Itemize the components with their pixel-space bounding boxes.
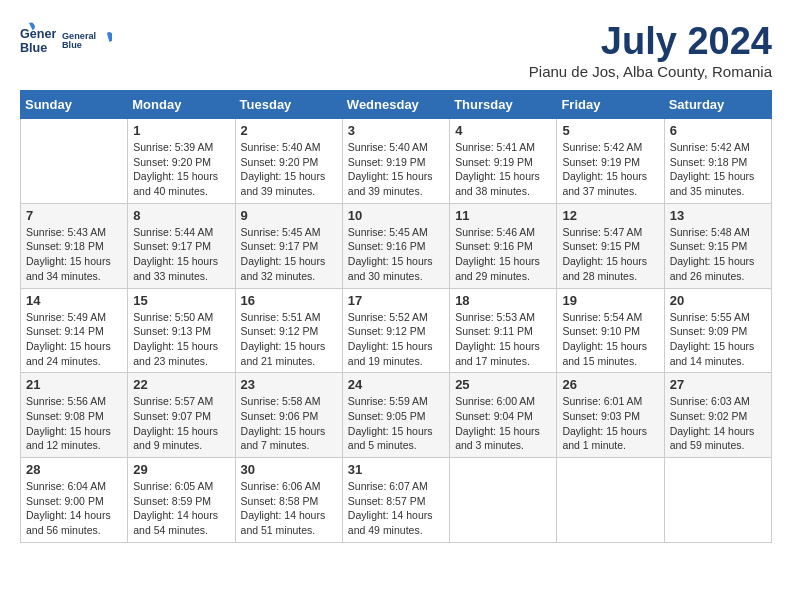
day-info: Sunrise: 5:53 AM Sunset: 9:11 PM Dayligh… [455,310,551,369]
calendar-week-3: 14Sunrise: 5:49 AM Sunset: 9:14 PM Dayli… [21,288,772,373]
calendar-cell: 27Sunrise: 6:03 AM Sunset: 9:02 PM Dayli… [664,373,771,458]
logo: General Blue General Blue [20,20,112,60]
day-number: 2 [241,123,337,138]
day-info: Sunrise: 5:50 AM Sunset: 9:13 PM Dayligh… [133,310,229,369]
day-number: 19 [562,293,658,308]
logo-icon: General Blue [20,22,56,58]
calendar-cell [664,458,771,543]
header-sunday: Sunday [21,91,128,119]
calendar-week-4: 21Sunrise: 5:56 AM Sunset: 9:08 PM Dayli… [21,373,772,458]
calendar-cell: 5Sunrise: 5:42 AM Sunset: 9:19 PM Daylig… [557,119,664,204]
calendar-table: SundayMondayTuesdayWednesdayThursdayFrid… [20,90,772,543]
day-number: 25 [455,377,551,392]
calendar-cell: 26Sunrise: 6:01 AM Sunset: 9:03 PM Dayli… [557,373,664,458]
calendar-cell [21,119,128,204]
calendar-cell: 28Sunrise: 6:04 AM Sunset: 9:00 PM Dayli… [21,458,128,543]
calendar-cell: 2Sunrise: 5:40 AM Sunset: 9:20 PM Daylig… [235,119,342,204]
day-info: Sunrise: 5:39 AM Sunset: 9:20 PM Dayligh… [133,140,229,199]
day-info: Sunrise: 5:48 AM Sunset: 9:15 PM Dayligh… [670,225,766,284]
day-number: 6 [670,123,766,138]
day-number: 23 [241,377,337,392]
calendar-cell: 7Sunrise: 5:43 AM Sunset: 9:18 PM Daylig… [21,203,128,288]
calendar-cell: 10Sunrise: 5:45 AM Sunset: 9:16 PM Dayli… [342,203,449,288]
calendar-cell: 25Sunrise: 6:00 AM Sunset: 9:04 PM Dayli… [450,373,557,458]
day-info: Sunrise: 6:03 AM Sunset: 9:02 PM Dayligh… [670,394,766,453]
header-saturday: Saturday [664,91,771,119]
svg-text:Blue: Blue [20,41,47,55]
day-number: 26 [562,377,658,392]
day-info: Sunrise: 5:51 AM Sunset: 9:12 PM Dayligh… [241,310,337,369]
day-info: Sunrise: 5:58 AM Sunset: 9:06 PM Dayligh… [241,394,337,453]
page-header: General Blue General Blue July 2024 Pian… [20,20,772,80]
generalblue-logo: General Blue [62,20,112,60]
day-number: 13 [670,208,766,223]
calendar-cell: 30Sunrise: 6:06 AM Sunset: 8:58 PM Dayli… [235,458,342,543]
day-info: Sunrise: 5:59 AM Sunset: 9:05 PM Dayligh… [348,394,444,453]
day-number: 18 [455,293,551,308]
day-number: 27 [670,377,766,392]
day-number: 29 [133,462,229,477]
day-info: Sunrise: 6:05 AM Sunset: 8:59 PM Dayligh… [133,479,229,538]
calendar-subtitle: Pianu de Jos, Alba County, Romania [529,63,772,80]
day-info: Sunrise: 6:00 AM Sunset: 9:04 PM Dayligh… [455,394,551,453]
day-info: Sunrise: 5:40 AM Sunset: 9:20 PM Dayligh… [241,140,337,199]
calendar-cell: 24Sunrise: 5:59 AM Sunset: 9:05 PM Dayli… [342,373,449,458]
day-number: 22 [133,377,229,392]
calendar-cell: 3Sunrise: 5:40 AM Sunset: 9:19 PM Daylig… [342,119,449,204]
calendar-week-2: 7Sunrise: 5:43 AM Sunset: 9:18 PM Daylig… [21,203,772,288]
day-info: Sunrise: 6:07 AM Sunset: 8:57 PM Dayligh… [348,479,444,538]
calendar-cell: 8Sunrise: 5:44 AM Sunset: 9:17 PM Daylig… [128,203,235,288]
day-number: 24 [348,377,444,392]
day-info: Sunrise: 5:43 AM Sunset: 9:18 PM Dayligh… [26,225,122,284]
day-number: 21 [26,377,122,392]
day-info: Sunrise: 5:44 AM Sunset: 9:17 PM Dayligh… [133,225,229,284]
calendar-cell: 16Sunrise: 5:51 AM Sunset: 9:12 PM Dayli… [235,288,342,373]
day-info: Sunrise: 5:52 AM Sunset: 9:12 PM Dayligh… [348,310,444,369]
calendar-cell: 15Sunrise: 5:50 AM Sunset: 9:13 PM Dayli… [128,288,235,373]
day-number: 10 [348,208,444,223]
day-number: 4 [455,123,551,138]
svg-text:Blue: Blue [62,40,82,50]
calendar-week-1: 1Sunrise: 5:39 AM Sunset: 9:20 PM Daylig… [21,119,772,204]
calendar-cell: 21Sunrise: 5:56 AM Sunset: 9:08 PM Dayli… [21,373,128,458]
day-number: 12 [562,208,658,223]
day-info: Sunrise: 5:57 AM Sunset: 9:07 PM Dayligh… [133,394,229,453]
day-number: 5 [562,123,658,138]
day-number: 9 [241,208,337,223]
day-info: Sunrise: 5:56 AM Sunset: 9:08 PM Dayligh… [26,394,122,453]
calendar-body: 1Sunrise: 5:39 AM Sunset: 9:20 PM Daylig… [21,119,772,543]
day-info: Sunrise: 5:42 AM Sunset: 9:18 PM Dayligh… [670,140,766,199]
day-number: 17 [348,293,444,308]
day-number: 7 [26,208,122,223]
calendar-cell: 4Sunrise: 5:41 AM Sunset: 9:19 PM Daylig… [450,119,557,204]
day-info: Sunrise: 5:54 AM Sunset: 9:10 PM Dayligh… [562,310,658,369]
header-thursday: Thursday [450,91,557,119]
calendar-cell: 9Sunrise: 5:45 AM Sunset: 9:17 PM Daylig… [235,203,342,288]
calendar-cell: 1Sunrise: 5:39 AM Sunset: 9:20 PM Daylig… [128,119,235,204]
calendar-cell: 13Sunrise: 5:48 AM Sunset: 9:15 PM Dayli… [664,203,771,288]
calendar-cell: 19Sunrise: 5:54 AM Sunset: 9:10 PM Dayli… [557,288,664,373]
day-info: Sunrise: 5:55 AM Sunset: 9:09 PM Dayligh… [670,310,766,369]
day-info: Sunrise: 5:40 AM Sunset: 9:19 PM Dayligh… [348,140,444,199]
day-number: 8 [133,208,229,223]
calendar-cell [450,458,557,543]
header-tuesday: Tuesday [235,91,342,119]
calendar-header-row: SundayMondayTuesdayWednesdayThursdayFrid… [21,91,772,119]
calendar-cell: 12Sunrise: 5:47 AM Sunset: 9:15 PM Dayli… [557,203,664,288]
day-number: 3 [348,123,444,138]
day-info: Sunrise: 5:41 AM Sunset: 9:19 PM Dayligh… [455,140,551,199]
calendar-title: July 2024 [529,20,772,63]
day-number: 31 [348,462,444,477]
day-number: 11 [455,208,551,223]
calendar-cell: 29Sunrise: 6:05 AM Sunset: 8:59 PM Dayli… [128,458,235,543]
day-info: Sunrise: 6:01 AM Sunset: 9:03 PM Dayligh… [562,394,658,453]
day-info: Sunrise: 6:06 AM Sunset: 8:58 PM Dayligh… [241,479,337,538]
calendar-cell [557,458,664,543]
calendar-cell: 20Sunrise: 5:55 AM Sunset: 9:09 PM Dayli… [664,288,771,373]
day-number: 20 [670,293,766,308]
day-info: Sunrise: 5:46 AM Sunset: 9:16 PM Dayligh… [455,225,551,284]
calendar-cell: 6Sunrise: 5:42 AM Sunset: 9:18 PM Daylig… [664,119,771,204]
day-info: Sunrise: 5:47 AM Sunset: 9:15 PM Dayligh… [562,225,658,284]
day-info: Sunrise: 5:42 AM Sunset: 9:19 PM Dayligh… [562,140,658,199]
day-number: 16 [241,293,337,308]
